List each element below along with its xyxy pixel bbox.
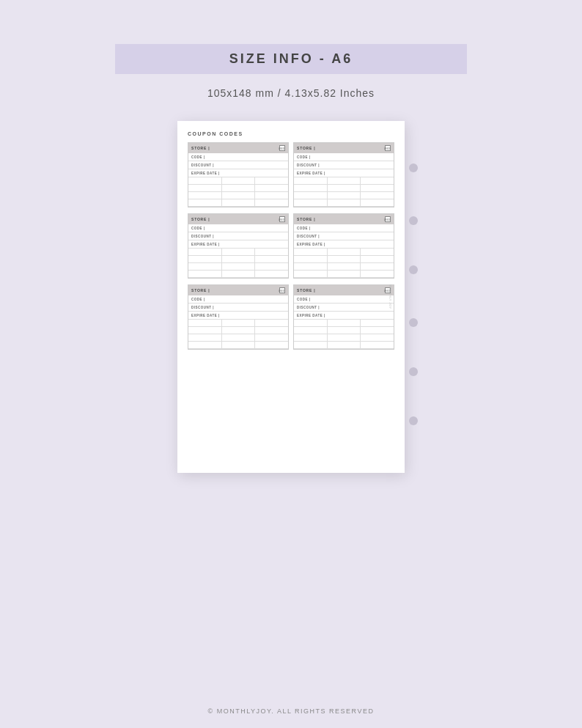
page-title: COUPON CODES [188,131,394,136]
expire-row: EXPIRE DATE | [188,169,288,177]
store-row: STORE | USED [188,143,288,153]
coupon-card-1-1: STORE | USED CODE | DISCOUNT | EXPIRE DA… [188,142,289,207]
binding-dot-6 [409,416,418,425]
expire-row: EXPIRE DATE | [294,169,394,177]
discount-row: DISCOUNT | [294,232,394,240]
code-row: CODE | [294,153,394,161]
coupon-card-3-1: STORE | USED CODE | DISCOUNT | EXPIRE DA… [188,284,289,350]
discount-row: DISCOUNT | [188,304,288,312]
code-row: CODE | [188,295,288,304]
store-row: STORE | USED [294,285,394,295]
coupon-row-3: STORE | USED CODE | DISCOUNT | EXPIRE DA… [188,284,394,350]
blank-rows [188,177,288,207]
used-checkbox[interactable]: USED [279,145,285,151]
expire-row: EXPIRE DATE | [188,240,288,249]
store-row: STORE | USED [294,143,394,153]
coupon-card-3-2: STORE | USED CODE | DISCOUNT | EXPIRE DA… [293,284,394,350]
coupon-card-1-2: STORE | USED CODE | DISCOUNT | EXPIRE DA… [293,142,394,207]
discount-row: DISCOUNT | [188,161,288,169]
header-section: SIZE INFO - A6 105x148 mm / 4.13x5.82 In… [0,0,582,99]
coupon-card-2-2: STORE | USED CODE | DISCOUNT | EXPIRE DA… [293,213,394,279]
discount-row: DISCOUNT | [294,161,394,169]
binding-dot-1 [409,163,418,172]
coupon-section-3: STORE | USED CODE | DISCOUNT | EXPIRE DA… [188,284,394,350]
expire-row: EXPIRE DATE | [294,240,394,249]
used-checkbox[interactable]: USED [279,216,285,222]
watermark: MONTHLY JOY [389,284,393,309]
used-checkbox[interactable]: USED [385,145,391,151]
binding-dots [409,121,418,473]
store-row: STORE | USED [188,214,288,224]
used-checkbox[interactable]: USED [279,287,285,293]
code-row: CODE | [294,295,394,304]
discount-row: DISCOUNT | [294,304,394,312]
blank-rows [294,320,394,349]
binding-dot-5 [409,367,418,376]
blank-rows [294,177,394,207]
blank-rows [294,249,394,278]
expire-row: EXPIRE DATE | [188,312,288,320]
size-banner: SIZE INFO - A6 [115,44,467,74]
coupon-row-2: STORE | USED CODE | DISCOUNT | EXPIRE DA… [188,213,394,279]
coupon-section-1: STORE | USED CODE | DISCOUNT | EXPIRE DA… [188,142,394,207]
code-row: CODE | [188,153,288,161]
store-label: STORE | [191,146,210,150]
size-subtitle: 105x148 mm / 4.13x5.82 Inches [207,87,375,99]
coupon-row-1: STORE | USED CODE | DISCOUNT | EXPIRE DA… [188,142,394,207]
banner-title: SIZE INFO - A6 [144,51,438,67]
coupon-section-2: STORE | USED CODE | DISCOUNT | EXPIRE DA… [188,213,394,279]
used-checkbox[interactable]: USED [385,216,391,222]
code-row: CODE | [294,224,394,232]
footer-copyright: © MONTHLYJOY. ALL RIGHTS RESERVED [0,707,582,715]
code-row: CODE | [188,224,288,232]
store-row: STORE | USED [294,214,394,224]
binding-dot-4 [409,318,418,327]
binding-dot-2 [409,216,418,225]
paper: COUPON CODES STORE | USED CODE | [177,121,405,473]
blank-rows [188,320,288,349]
expire-row: EXPIRE DATE | [294,312,394,320]
binding-dot-3 [409,265,418,274]
blank-rows [188,249,288,278]
store-row: STORE | USED [188,285,288,295]
coupon-card-2-1: STORE | USED CODE | DISCOUNT | EXPIRE DA… [188,213,289,279]
discount-row: DISCOUNT | [188,232,288,240]
